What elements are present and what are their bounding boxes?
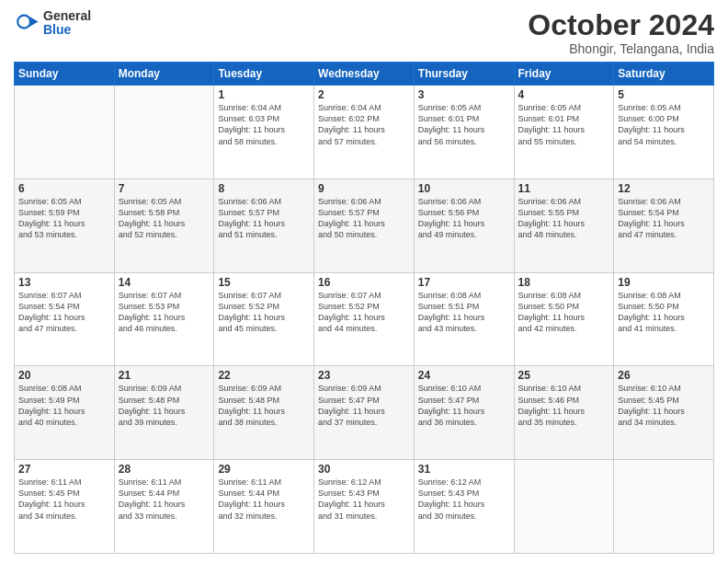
day-number: 1	[218, 88, 310, 101]
day-cell: 20Sunrise: 6:08 AM Sunset: 5:49 PM Dayli…	[15, 366, 115, 460]
svg-marker-1	[29, 17, 39, 27]
day-info: Sunrise: 6:07 AM Sunset: 5:54 PM Dayligh…	[18, 290, 110, 335]
week-row-2: 6Sunrise: 6:05 AM Sunset: 5:59 PM Daylig…	[15, 178, 714, 272]
day-cell: 10Sunrise: 6:06 AM Sunset: 5:56 PM Dayli…	[414, 178, 514, 272]
day-info: Sunrise: 6:09 AM Sunset: 5:48 PM Dayligh…	[119, 383, 210, 428]
day-info: Sunrise: 6:05 AM Sunset: 5:58 PM Dayligh…	[119, 196, 210, 241]
day-info: Sunrise: 6:08 AM Sunset: 5:50 PM Dayligh…	[518, 290, 610, 335]
day-cell: 1Sunrise: 6:04 AM Sunset: 6:03 PM Daylig…	[214, 86, 314, 179]
day-cell: 16Sunrise: 6:07 AM Sunset: 5:52 PM Dayli…	[314, 272, 415, 366]
day-number: 13	[18, 276, 110, 289]
day-number: 10	[418, 182, 510, 195]
logo-icon	[14, 10, 40, 36]
header-day-thursday: Thursday	[414, 63, 514, 86]
main-title: October 2024	[528, 9, 714, 41]
day-number: 21	[119, 369, 210, 382]
day-cell: 6Sunrise: 6:05 AM Sunset: 5:59 PM Daylig…	[15, 178, 115, 272]
day-number: 11	[518, 182, 610, 195]
day-info: Sunrise: 6:07 AM Sunset: 5:52 PM Dayligh…	[218, 290, 310, 335]
logo-text: General Blue	[43, 9, 91, 38]
header-day-friday: Friday	[514, 63, 614, 86]
day-info: Sunrise: 6:09 AM Sunset: 5:47 PM Dayligh…	[318, 383, 410, 428]
day-cell	[614, 460, 714, 554]
day-number: 4	[518, 88, 610, 101]
day-cell: 14Sunrise: 6:07 AM Sunset: 5:53 PM Dayli…	[114, 272, 214, 366]
day-cell: 2Sunrise: 6:04 AM Sunset: 6:02 PM Daylig…	[314, 86, 415, 179]
page: General Blue October 2024 Bhongir, Telan…	[0, 0, 728, 563]
day-cell: 11Sunrise: 6:06 AM Sunset: 5:55 PM Dayli…	[514, 178, 614, 272]
day-number: 28	[119, 463, 210, 476]
header-day-wednesday: Wednesday	[314, 63, 415, 86]
day-info: Sunrise: 6:06 AM Sunset: 5:56 PM Dayligh…	[418, 196, 510, 241]
day-info: Sunrise: 6:05 AM Sunset: 5:59 PM Dayligh…	[18, 196, 110, 241]
day-cell: 30Sunrise: 6:12 AM Sunset: 5:43 PM Dayli…	[314, 460, 415, 554]
day-cell: 7Sunrise: 6:05 AM Sunset: 5:58 PM Daylig…	[114, 178, 214, 272]
day-number: 6	[18, 182, 110, 195]
day-info: Sunrise: 6:11 AM Sunset: 5:45 PM Dayligh…	[18, 477, 110, 522]
day-number: 7	[119, 182, 210, 195]
day-number: 30	[318, 463, 410, 476]
day-info: Sunrise: 6:06 AM Sunset: 5:54 PM Dayligh…	[618, 196, 710, 241]
day-info: Sunrise: 6:04 AM Sunset: 6:03 PM Dayligh…	[218, 102, 310, 147]
day-number: 26	[618, 369, 710, 382]
day-number: 29	[218, 463, 310, 476]
day-number: 23	[318, 369, 410, 382]
subtitle: Bhongir, Telangana, India	[528, 41, 714, 56]
day-info: Sunrise: 6:11 AM Sunset: 5:44 PM Dayligh…	[119, 477, 210, 522]
day-number: 19	[618, 276, 710, 289]
day-cell: 4Sunrise: 6:05 AM Sunset: 6:01 PM Daylig…	[514, 86, 614, 179]
day-number: 12	[618, 182, 710, 195]
day-info: Sunrise: 6:11 AM Sunset: 5:44 PM Dayligh…	[218, 477, 310, 522]
day-number: 31	[418, 463, 510, 476]
day-info: Sunrise: 6:05 AM Sunset: 6:01 PM Dayligh…	[418, 102, 510, 147]
week-row-4: 20Sunrise: 6:08 AM Sunset: 5:49 PM Dayli…	[15, 366, 714, 460]
day-cell	[15, 86, 115, 179]
day-cell: 29Sunrise: 6:11 AM Sunset: 5:44 PM Dayli…	[214, 460, 314, 554]
header-day-saturday: Saturday	[614, 63, 714, 86]
day-number: 20	[18, 369, 110, 382]
day-number: 22	[218, 369, 310, 382]
day-cell: 5Sunrise: 6:05 AM Sunset: 6:00 PM Daylig…	[614, 86, 714, 179]
day-info: Sunrise: 6:07 AM Sunset: 5:52 PM Dayligh…	[318, 290, 410, 335]
header-day-sunday: Sunday	[15, 63, 115, 86]
day-info: Sunrise: 6:10 AM Sunset: 5:46 PM Dayligh…	[518, 383, 610, 428]
day-number: 27	[18, 463, 110, 476]
day-cell: 27Sunrise: 6:11 AM Sunset: 5:45 PM Dayli…	[15, 460, 115, 554]
day-number: 8	[218, 182, 310, 195]
day-number: 16	[318, 276, 410, 289]
day-cell: 25Sunrise: 6:10 AM Sunset: 5:46 PM Dayli…	[514, 366, 614, 460]
day-cell: 23Sunrise: 6:09 AM Sunset: 5:47 PM Dayli…	[314, 366, 415, 460]
day-number: 25	[518, 369, 610, 382]
logo-blue: Blue	[43, 23, 91, 37]
title-section: October 2024 Bhongir, Telangana, India	[528, 9, 714, 56]
day-info: Sunrise: 6:06 AM Sunset: 5:57 PM Dayligh…	[318, 196, 410, 241]
day-cell	[114, 86, 214, 179]
header-day-tuesday: Tuesday	[214, 63, 314, 86]
day-info: Sunrise: 6:08 AM Sunset: 5:50 PM Dayligh…	[618, 290, 710, 335]
day-number: 15	[218, 276, 310, 289]
day-info: Sunrise: 6:08 AM Sunset: 5:49 PM Dayligh…	[18, 383, 110, 428]
day-cell: 17Sunrise: 6:08 AM Sunset: 5:51 PM Dayli…	[414, 272, 514, 366]
week-row-3: 13Sunrise: 6:07 AM Sunset: 5:54 PM Dayli…	[15, 272, 714, 366]
calendar-header-row: SundayMondayTuesdayWednesdayThursdayFrid…	[15, 63, 714, 86]
day-info: Sunrise: 6:07 AM Sunset: 5:53 PM Dayligh…	[119, 290, 210, 335]
day-cell: 18Sunrise: 6:08 AM Sunset: 5:50 PM Dayli…	[514, 272, 614, 366]
day-info: Sunrise: 6:10 AM Sunset: 5:45 PM Dayligh…	[618, 383, 710, 428]
day-cell: 15Sunrise: 6:07 AM Sunset: 5:52 PM Dayli…	[214, 272, 314, 366]
day-info: Sunrise: 6:12 AM Sunset: 5:43 PM Dayligh…	[418, 477, 510, 522]
day-info: Sunrise: 6:06 AM Sunset: 5:57 PM Dayligh…	[218, 196, 310, 241]
day-cell	[514, 460, 614, 554]
day-cell: 31Sunrise: 6:12 AM Sunset: 5:43 PM Dayli…	[414, 460, 514, 554]
day-cell: 21Sunrise: 6:09 AM Sunset: 5:48 PM Dayli…	[114, 366, 214, 460]
logo: General Blue	[14, 9, 91, 38]
day-number: 9	[318, 182, 410, 195]
day-cell: 26Sunrise: 6:10 AM Sunset: 5:45 PM Dayli…	[614, 366, 714, 460]
calendar-table: SundayMondayTuesdayWednesdayThursdayFrid…	[14, 62, 714, 554]
day-info: Sunrise: 6:09 AM Sunset: 5:48 PM Dayligh…	[218, 383, 310, 428]
day-number: 5	[618, 88, 710, 101]
day-number: 17	[418, 276, 510, 289]
day-cell: 8Sunrise: 6:06 AM Sunset: 5:57 PM Daylig…	[214, 178, 314, 272]
day-info: Sunrise: 6:05 AM Sunset: 6:01 PM Dayligh…	[518, 102, 610, 147]
header-day-monday: Monday	[114, 63, 214, 86]
day-number: 2	[318, 88, 410, 101]
